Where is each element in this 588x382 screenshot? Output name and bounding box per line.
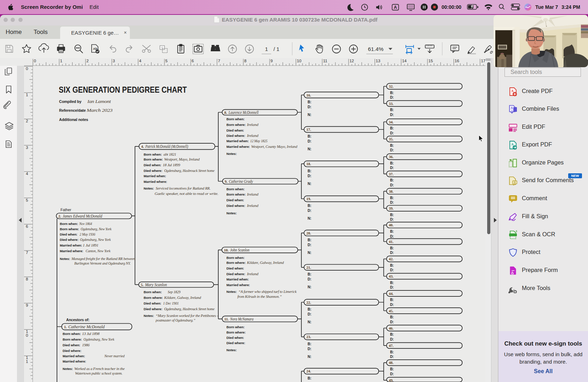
svg-text:B:: B: [308,134,312,138]
svg-text:B:: B: [390,230,394,233]
svg-text:Married where:: Married where: [144,180,167,184]
svg-text:Notes:: Notes: [226,152,237,156]
svg-text:D:: D: [308,174,312,178]
svg-text:36.: 36. [389,155,394,159]
svg-text:11.Nora McNamara: 11.Nora McNamara [224,317,254,322]
svg-text:Born when:abt 1821: Born when:abt 1821 [144,152,176,156]
svg-text:23.: 23. [306,335,311,339]
svg-text:10: 10 [297,59,301,63]
svg-text:Died when:1986: Died when:1986 [63,343,90,347]
svg-text:10.John Scanlon: 10.John Scanlon [224,248,249,253]
svg-text:32.: 32. [389,85,394,88]
svg-text:Married where:Westport, County: Married where:Westport, County Mayo, Ire… [226,144,298,149]
svg-text:Notes:: Notes: [226,348,237,352]
svg-text:N:: N: [308,147,312,151]
svg-text:61.4%: 61.4% [368,46,384,52]
svg-text:33.: 33. [389,102,394,106]
svg-text:A: A [511,89,514,93]
svg-text:B:: B: [308,100,312,104]
svg-text:Married when:12 May 1825: Married when:12 May 1825 [226,139,268,143]
svg-text:B:: B: [308,376,312,380]
svg-text:Married when:: Married when: [144,174,166,178]
svg-text:B:: B: [390,178,394,182]
svg-text:D:: D: [390,131,394,135]
svg-text:B:: B: [390,281,394,285]
svg-text:B:: B: [390,367,394,371]
svg-text:1.Catherine McDonald: 1.Catherine McDonald [64,324,105,329]
svg-text:D:: D: [390,251,394,255]
svg-text:20.: 20. [306,231,311,235]
svg-text:4: 4 [139,59,142,63]
svg-text:41.: 41. [389,240,394,244]
svg-text:D:: D: [390,201,394,204]
svg-text:N:: N: [308,320,312,324]
svg-text:Died when:2 May 1936: Died when:2 May 1936 [60,232,96,236]
svg-text:34.: 34. [389,120,394,124]
svg-text:D:: D: [308,139,312,143]
svg-text:42.: 42. [389,257,394,261]
svg-text:D:: D: [390,113,394,117]
svg-text:49.: 49. [389,378,394,382]
svg-text:Notes:“Mary Scanlon worked for: Notes:“Mary Scanlon worked for the Petti… [144,313,218,318]
svg-text:B:: B: [390,332,394,336]
svg-text:1: 1 [60,59,62,63]
svg-text:48.: 48. [389,361,394,365]
svg-text:Died where:Ogdensburg, New Yor: Died where:Ogdensburg, New York [60,237,111,242]
svg-text:N:: N: [308,216,312,220]
svg-text:Born when:: Born when: [226,117,244,121]
svg-text:11: 11 [323,59,327,63]
svg-text:38.: 38. [389,190,394,193]
svg-text:Married where:: Married where: [226,283,250,287]
svg-text:Reference/dateMarch 2023: Reference/dateMarch 2023 [59,108,113,113]
svg-text:Father: Father [60,208,71,212]
svg-text:D:: D: [390,268,394,272]
svg-text:Died when:: Died when: [226,336,244,340]
svg-text:Died when:: Died when: [226,266,244,270]
svg-text:3: 3 [113,59,115,63]
svg-text:16: 16 [455,59,459,63]
svg-text:Born where:Kildare, Galway, Ir: Born where:Kildare, Galway, Ireland [226,260,284,265]
svg-text:Married where:Canton, New York: Married where:Canton, New York [60,249,111,253]
svg-text:SIX GENERATION PEDIGREE CHART: SIX GENERATION PEDIGREE CHART [59,85,187,94]
svg-text:9.Catherine Grady: 9.Catherine Grady [225,179,253,184]
svg-text:B:: B: [308,272,312,276]
svg-text:12: 12 [350,59,354,63]
svg-text:35.: 35. [389,137,394,141]
svg-text:44.: 44. [389,292,394,296]
svg-text:Notes:Serviced locomotives for: Notes:Serviced locomotives for Rutland R… [144,186,211,190]
svg-text:9: 9 [26,303,28,307]
svg-text:Married where:: Married where: [63,359,86,363]
svg-text:17.: 17. [306,128,311,132]
svg-text:Died when:: Died when: [226,128,244,132]
svg-text:Born where:Westport, Mayo, Ire: Born where:Westport, Mayo, Ireland [144,157,200,161]
svg-text:B:: B: [390,91,394,95]
svg-text:N:: N: [308,251,312,255]
svg-text:D:: D: [390,320,394,324]
svg-text:Additional notes: Additional notes [59,117,88,122]
svg-text:2: 2 [26,119,28,123]
svg-text:D:: D: [390,372,394,376]
svg-text:Notes:Worked as a French teach: Notes:Worked as a French teacher in the [63,366,125,371]
svg-text:Died where:: Died where: [226,341,245,345]
svg-text:Born where:: Born where: [226,330,246,334]
svg-text:D:: D: [390,355,394,359]
svg-text:Married when:: Married when: [226,277,249,281]
svg-text:D:: D: [390,96,394,99]
svg-text:1: 1 [265,46,268,52]
svg-text:46.: 46. [389,326,394,330]
svg-text:N:: N: [308,355,312,359]
svg-text:43.: 43. [389,274,394,278]
svg-text:D:: D: [390,148,394,152]
svg-text:47.: 47. [389,344,394,348]
svg-text:postmaster of Ogdensburg.”: postmaster of Ogdensburg.” [155,318,195,322]
svg-text:5: 5 [26,198,28,202]
svg-text:D:: D: [308,243,312,247]
svg-text:Died where:Ogdensburg, Hasbrou: Died where:Ogdensburg, Hasbrouck Street … [144,307,214,311]
svg-text:Born when:: Born when: [226,325,244,329]
svg-text:Died where:: Died where: [63,349,81,353]
svg-text:Died where:Ireland: Died where:Ireland [226,272,259,276]
svg-text:5.Mary Scanlon: 5.Mary Scanlon [141,282,167,287]
svg-text:8.Laurence McDonnell: 8.Laurence McDonnell [224,110,259,115]
svg-text:Born where:Ogdensburg, New Yor: Born where:Ogdensburg, New York [60,227,112,231]
svg-text:D:: D: [390,235,394,238]
